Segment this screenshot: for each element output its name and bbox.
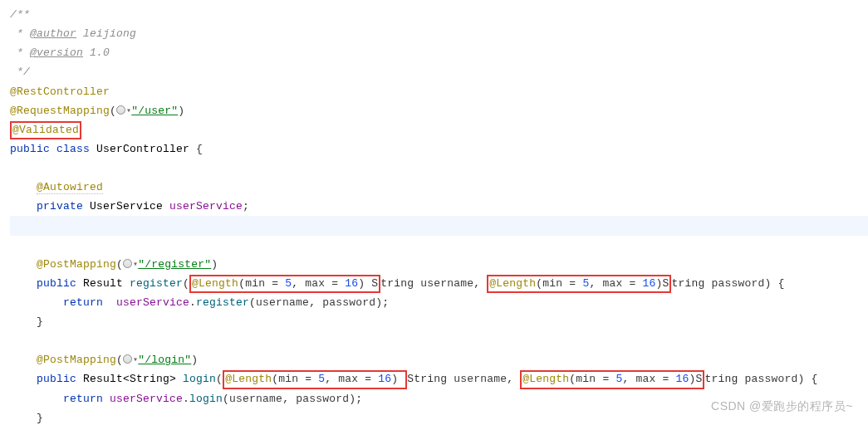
brace-close: } [37,315,43,328]
kw-private: private [37,200,83,212]
highlight-validated: @Validated [10,121,81,139]
comment-prefix: * [10,46,30,59]
code-line [10,335,17,347]
code-line: * @author leijiong [10,27,136,40]
comment-author-tag: @author [30,27,76,40]
code-line: public Result<String> login(@Length(min … [10,373,818,385]
highlight-length-1: @Length(min = 5, max = 16) S [189,275,380,293]
semicolon: ; [243,200,249,212]
param-password: password [711,277,764,290]
brace-close: } [37,412,43,424]
code-line: @RequestMapping(▾"/user") [10,105,184,117]
comment-version-val: 1.0 [83,46,110,59]
globe-icon[interactable] [123,354,132,364]
code-line: return userService.login(username, passw… [10,393,362,405]
kw-return: return [63,393,103,405]
code-line: * @version 1.0 [10,46,110,59]
field-userservice: userService [169,200,243,212]
annotation-validated: @Validated [12,124,79,136]
request-mapping-path: "/user" [131,105,178,117]
comment-close: */ [10,66,30,78]
code-line: } [10,412,43,424]
paren-open: ( [110,105,116,117]
paren-close: ) [178,105,184,117]
length-max-label: max [305,277,325,290]
kw-public: public [37,373,76,385]
comment-prefix: * [10,27,30,40]
code-line: */ [10,66,30,78]
code-line: private UserService userService; [10,200,249,212]
kw-class: class [56,143,90,155]
type-result-string: Result<String> [83,373,176,385]
comment-author-name: leijiong [76,27,136,40]
comment-open: /** [10,8,30,21]
annotation-postmapping: @PostMapping [37,354,116,366]
annotation-requestmapping: @RequestMapping [10,105,110,117]
annotation-length: @Length [489,277,536,290]
code-line: @Validated [10,124,81,136]
postmapping-path: "/register" [138,258,211,271]
method-register: register [130,277,183,290]
highlight-length-2: @Length(min = 5, max = 16)S [487,275,671,293]
paren-open: ( [116,258,123,271]
param-username: username [420,277,473,290]
call-login: login [189,393,223,405]
paren-open: ( [116,354,123,366]
kw-public: public [10,143,50,155]
field-userservice-ref: userService [116,296,189,309]
code-editor[interactable]: /** * @author leijiong * @version 1.0 */… [10,5,868,425]
code-line: } [10,315,43,328]
type-result: Result [83,277,123,290]
code-line: @PostMapping(▾"/login") [10,354,198,366]
length-min-label: min [245,277,265,290]
annotation-autowired: @Autowired [37,181,103,194]
code-line: public class UserController { [10,143,203,155]
kw-public: public [37,277,76,290]
highlight-length-4: @Length(min = 5, max = 16)S [520,370,704,388]
comment-version-tag: @version [30,46,83,59]
brace-open: { [196,143,203,155]
class-name: UserController [96,143,189,155]
code-line: return userService.register(username, pa… [10,296,389,309]
length-min-val: 5 [285,277,292,290]
method-login: login [183,373,216,385]
type-userservice: UserService [90,200,163,212]
code-line: @RestController [10,85,110,98]
annotation-postmapping: @PostMapping [37,258,116,271]
paren-open: ( [183,277,189,290]
paren-open: ( [216,373,223,385]
code-line: @Autowired [10,181,103,193]
call-register: register [196,296,249,309]
length-max-val: 16 [345,277,358,290]
paren-close: ) [211,258,218,271]
code-line: public Result register(@Length(min = 5, … [10,277,785,290]
annotation-length: @Length [192,277,238,290]
code-line: /** [10,8,30,21]
watermark: CSDN @爱跑步的程序员~ [711,396,853,417]
globe-icon[interactable] [116,105,125,115]
code-line: @PostMapping(▾"/register") [10,258,218,271]
postmapping-path: "/login" [138,354,191,366]
annotation-restcontroller: @RestController [10,85,110,98]
highlight-length-3: @Length(min = 5, max = 16) [223,370,407,388]
caret-line [10,216,868,235]
kw-return: return [63,296,103,309]
paren-close: ) [191,354,198,366]
code-line [10,162,17,174]
globe-icon[interactable] [123,259,132,268]
